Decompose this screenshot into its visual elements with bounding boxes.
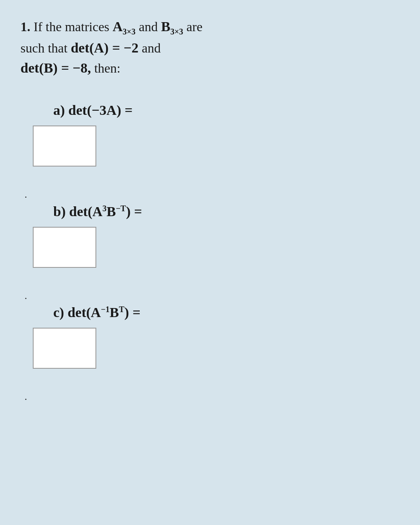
problem-container: 1. If the matrices A3×3 and B3×3 are suc… (20, 16, 400, 402)
problem-statement: 1. If the matrices A3×3 and B3×3 are suc… (20, 16, 400, 78)
intro-text: If the matrices (34, 19, 109, 34)
matrix-a-subscript: 3×3 (123, 27, 135, 36)
part-c-label: c) det(A−1BT) = (53, 305, 400, 320)
part-a: a) det(−3A) = (20, 103, 400, 167)
matrix-a-label: A3×3 (113, 19, 136, 34)
part-b: b) det(A3B−T) = (20, 203, 400, 267)
det-a-expression: det(A) = −2 (71, 40, 138, 55)
det-b-expression: det(B) = −8, (20, 60, 91, 75)
part-b-sup1: 3 (102, 203, 107, 212)
part-b-math: b) det(A3B−T) = (53, 204, 142, 219)
dot-3: . (25, 391, 400, 402)
dot-1: . (25, 189, 400, 200)
part-a-label: a) det(−3A) = (53, 103, 400, 118)
word-are: are (186, 19, 202, 34)
part-c: c) det(A−1BT) = (20, 305, 400, 369)
then-text: then: (91, 61, 120, 75)
part-c-answer-box[interactable] (33, 328, 96, 369)
part-c-math: c) det(A−1BT) = (53, 305, 141, 320)
part-b-sup2: −T (116, 203, 126, 212)
part-b-answer-box[interactable] (33, 227, 96, 268)
problem-number: 1. (20, 19, 30, 34)
line2-text: such that (20, 41, 71, 55)
part-c-sup1: −1 (101, 305, 109, 314)
matrix-b-label: B3×3 (161, 19, 183, 34)
part-a-math: a) det(−3A) = (53, 103, 133, 118)
line2-and: and (138, 41, 161, 55)
matrix-b-subscript: 3×3 (170, 27, 183, 36)
dot-2: . (25, 290, 400, 301)
part-b-label: b) det(A3B−T) = (53, 203, 400, 219)
part-c-sup2: T (119, 305, 124, 314)
part-a-answer-box[interactable] (33, 126, 96, 167)
word-and: and (139, 19, 161, 34)
